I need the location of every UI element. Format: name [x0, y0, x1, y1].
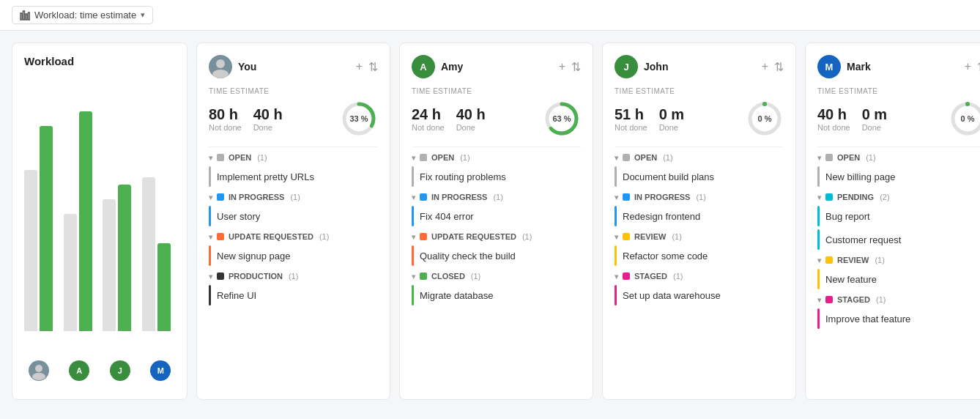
collapse-all-icon[interactable]: ⇅ — [774, 60, 784, 74]
status-dot — [623, 272, 630, 280]
status-dot — [825, 296, 833, 303]
add-icon[interactable]: + — [356, 60, 363, 73]
collapse-all-icon[interactable]: ⇅ — [977, 60, 980, 74]
header-actions[interactable]: + ⇅ — [356, 60, 378, 74]
status-section-open: ▾ OPEN (1) Fix routing problems — [412, 153, 581, 187]
collapse-all-icon[interactable]: ⇅ — [571, 60, 581, 74]
collapse-icon: ▾ — [817, 154, 821, 162]
top-bar: Workload: time estimate ▾ — [0, 0, 980, 31]
person-name: John — [644, 61, 668, 73]
status-header[interactable]: ▾ OPEN (1) — [817, 153, 980, 162]
status-label: REVIEW — [634, 232, 666, 241]
add-icon[interactable]: + — [762, 60, 768, 73]
collapse-icon: ▾ — [412, 233, 415, 241]
avatar-mark: M — [817, 55, 841, 78]
collapse-icon: ▾ — [209, 272, 212, 281]
task-bar-left — [615, 206, 617, 226]
header-actions[interactable]: + ⇅ — [965, 60, 980, 74]
collapse-icon: ▾ — [615, 272, 618, 281]
bar-amy-green — [79, 111, 92, 331]
task-item: Implement pretty URLs — [209, 166, 378, 187]
task-item: New signup page — [209, 245, 378, 266]
task-bar-left — [615, 285, 617, 305]
status-label: OPEN — [229, 153, 251, 162]
collapse-icon: ▾ — [615, 193, 618, 201]
divider — [817, 147, 980, 147]
status-dot — [825, 256, 833, 264]
status-count: (1) — [663, 153, 672, 162]
main-layout: Workload A J M — [0, 31, 980, 412]
collapse-icon: ▾ — [817, 296, 821, 304]
donut-label: 63 % — [552, 114, 571, 123]
done-label: Done — [862, 123, 887, 132]
task-text: Bug report — [825, 208, 870, 225]
status-dot — [825, 154, 833, 161]
not-done-label: Not done — [412, 123, 445, 132]
status-header[interactable]: ▾ REVIEW (1) — [817, 256, 980, 264]
workload-button[interactable]: Workload: time estimate ▾ — [12, 6, 153, 24]
status-header[interactable]: ▾ UPDATE REQUESTED (1) — [209, 232, 378, 241]
task-text: Document build plans — [623, 168, 714, 185]
person-col-mark: M Mark + ⇅ TIME ESTIMATE 40 h Not done 0… — [805, 42, 980, 400]
divider — [209, 147, 378, 147]
status-header[interactable]: ▾ OPEN (1) — [209, 153, 378, 162]
person-header: You + ⇅ — [209, 55, 378, 78]
collapse-all-icon[interactable]: ⇅ — [368, 60, 378, 74]
status-header[interactable]: ▾ REVIEW (1) — [615, 232, 784, 241]
status-section-update-requested: ▾ UPDATE REQUESTED (1) Quality check the… — [412, 232, 581, 266]
time-row: 51 h Not done 0 m Done 0 % — [615, 100, 784, 138]
add-icon[interactable]: + — [965, 60, 971, 73]
collapse-icon: ▾ — [817, 193, 821, 201]
header-actions[interactable]: + ⇅ — [559, 60, 581, 74]
task-item: Quality check the build — [412, 245, 581, 266]
avatar-amy: A — [412, 55, 435, 78]
task-text: Fix routing problems — [420, 168, 506, 185]
status-header[interactable]: ▾ STAGED (1) — [615, 272, 784, 281]
task-text: New signup page — [217, 248, 290, 264]
task-item: Fix 404 error — [412, 206, 581, 226]
status-header[interactable]: ▾ OPEN (1) — [412, 153, 581, 162]
status-section-update-requested: ▾ UPDATE REQUESTED (1) New signup page — [209, 232, 378, 266]
status-header[interactable]: ▾ PENDING (2) — [817, 193, 980, 201]
bar-john-gray — [103, 199, 116, 331]
person-info: You — [209, 55, 256, 78]
donut-label: 0 % — [961, 114, 975, 123]
status-section-staged: ▾ STAGED (1) Improve that feature — [817, 295, 980, 329]
collapse-icon: ▾ — [209, 193, 212, 201]
task-bar-left — [817, 269, 820, 289]
status-dot — [217, 272, 224, 280]
svg-point-7 — [212, 70, 229, 78]
status-label: OPEN — [431, 153, 454, 162]
collapse-icon: ▾ — [209, 233, 212, 241]
collapse-icon: ▾ — [412, 193, 415, 201]
person-col-you: You + ⇅ TIME ESTIMATE 80 h Not done 40 h… — [196, 42, 390, 400]
not-done-label: Not done — [817, 123, 850, 132]
time-row: 80 h Not done 40 h Done 33 % — [209, 100, 378, 138]
status-header[interactable]: ▾ UPDATE REQUESTED (1) — [412, 232, 581, 241]
task-text: Improve that feature — [825, 311, 910, 327]
status-dot — [825, 193, 833, 201]
task-text: Refactor some code — [623, 248, 708, 264]
status-section-closed: ▾ CLOSED (1) Migrate database — [412, 272, 581, 305]
task-item: New billing page — [817, 166, 980, 187]
status-header[interactable]: ▾ STAGED (1) — [817, 295, 980, 304]
avatar-mark-sm: M — [150, 360, 171, 381]
status-header[interactable]: ▾ OPEN (1) — [615, 153, 784, 162]
task-item: Document build plans — [615, 166, 784, 187]
status-header[interactable]: ▾ IN PROGRESS (1) — [412, 193, 581, 201]
svg-point-5 — [32, 373, 45, 380]
donut-wrap: 33 % — [340, 100, 378, 138]
status-header[interactable]: ▾ PRODUCTION (1) — [209, 272, 378, 281]
add-icon[interactable]: + — [559, 60, 565, 73]
status-header[interactable]: ▾ IN PROGRESS (1) — [209, 193, 378, 201]
not-done-block: 80 h Not done — [209, 106, 242, 132]
donut-wrap: 63 % — [543, 100, 581, 138]
person-name: Mark — [847, 61, 871, 73]
status-header[interactable]: ▾ CLOSED (1) — [412, 272, 581, 281]
header-actions[interactable]: + ⇅ — [762, 60, 784, 74]
task-item: User story — [209, 206, 378, 226]
status-section-open: ▾ OPEN (1) New billing page — [817, 153, 980, 187]
donut-label: 33 % — [349, 114, 368, 123]
time-row: 24 h Not done 40 h Done 63 % — [412, 100, 581, 138]
status-header[interactable]: ▾ IN PROGRESS (1) — [615, 193, 784, 201]
